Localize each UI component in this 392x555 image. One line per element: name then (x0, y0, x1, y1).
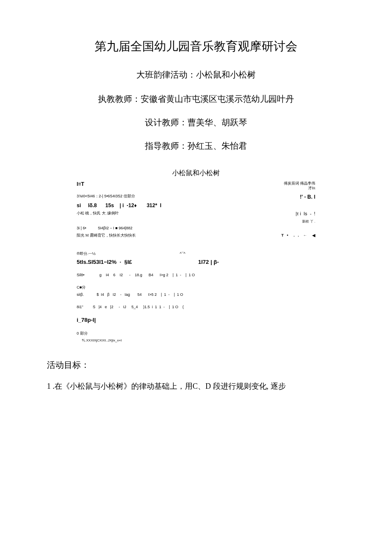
score-row-13: 0 部分 (77, 331, 315, 336)
score-row-1-right: !' - B. I (300, 194, 315, 200)
score-row-7: 5tIs.SI53I1−I2% · §I£ 1I72 | β- (77, 259, 315, 266)
score-row-4: 3i | 6• 5I4βI2 − I ■ 964|882 (77, 226, 315, 231)
advisor-teacher-line: 指导教师：孙红玉、朱怡君 (47, 140, 345, 152)
credit-line1: 傅炭辰词 傅晶李伟 (284, 181, 315, 185)
main-title: 第九届全国幼儿园音乐教育观摩研讨会 (47, 38, 345, 55)
designer-teacher-line: 设计教师：曹美华、胡跃琴 (47, 117, 345, 128)
score-row-3-right: |τ i Is - ! (296, 211, 315, 217)
score-row-5-right: T • . . ← ◀ (281, 233, 315, 241)
score-row-1: 3⅞I0<5I46：2-| 5•6S4I3S2 佳部分 (77, 194, 135, 200)
document-page: 第九届全国幼儿园音乐教育观摩研讨会 大班韵律活动：小松鼠和小松树 执教教师：安徽… (0, 0, 392, 410)
activity-subtitle: 大班韵律活动：小松鼠和小松树 (47, 69, 345, 81)
score-title: 小松鼠和小松树 (47, 169, 345, 178)
score-row-9: C■分 (77, 285, 315, 290)
credit-line2: 才Ift (308, 186, 316, 190)
music-score-block: I=T 傅炭辰词 傅晶李伟 才Ift 3⅞I0<5I46：2-| 5•6S4I3… (77, 181, 315, 342)
score-row-14: ⅘.XXXIXjCXIXI..JXjIx_x×I (82, 338, 315, 343)
score-row-3-left: 小松 桃，快氏 大 .缘例叶 (77, 211, 119, 216)
score-row-12: i_78p-I| (77, 317, 315, 324)
score-row-3-right2: 新枝 丫 . (296, 220, 315, 224)
executor-teacher-line: 执教教师：安徽省黄山市屯溪区屯溪示范幼儿园叶丹 (47, 93, 345, 105)
section-heading-goal: 活动目标： (47, 359, 345, 371)
score-credit: 傅炭辰词 傅晶李伟 才Ift (284, 181, 315, 191)
score-row-10: siIβ. $ I4 β I2 - Iag 54 I>5 2 | 1 - | 1… (77, 292, 315, 297)
score-row-8: Sil8• g I4 6 I2 - 18.g B4 I>g 2 | 1 - | … (77, 273, 315, 278)
score-key: I=T (77, 181, 84, 187)
score-row-6: ®即分.一⅓ ^¯^ (77, 251, 315, 256)
score-row-2: si Iδ.8 15s | i -12♦ 312* I (77, 202, 315, 208)
body-paragraph-1: 1 .在《小松鼠与小松树》的律动基础上，用C、D 段进行规则变化, 逐步 (47, 379, 345, 393)
score-row-5-left: 阳光 M 露崎育它，快快长大快快长 (77, 233, 136, 238)
score-row-11: 8i1" S |4 e |2 - IJ 5_4 )1.5 i 1 1 - | 1… (77, 305, 315, 309)
